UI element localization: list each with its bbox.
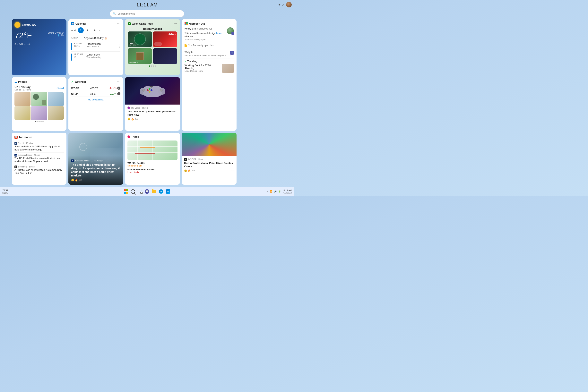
xbox-header: X Xbox Game Pass ··· (128, 22, 177, 26)
insider-card[interactable]: IN INSIDER · 1 hour How A Professlional … (182, 133, 237, 185)
xbox-pagination (128, 66, 177, 67)
stock-name-2: CTSP (71, 92, 78, 95)
event-title-1: Presentation (86, 42, 101, 45)
wifi-icon[interactable]: 📶 (270, 190, 273, 193)
calendar-month: April (71, 29, 76, 32)
news-item-3[interactable]: B Bloomberg · 3 mins A Quant's Take on I… (15, 164, 64, 176)
sun-icon (15, 22, 20, 28)
verge-title: The best video game subscription deals r… (128, 110, 178, 117)
chip-article-card[interactable]: BI Business Insider · 11 hours ago The g… (69, 133, 123, 185)
photos-more-button[interactable]: ··· (61, 80, 64, 84)
calendar-day-9[interactable]: 9 (92, 27, 98, 33)
photo-3[interactable] (48, 92, 64, 106)
battery-icon[interactable]: 🔋 (278, 190, 281, 193)
insider-more-button[interactable]: ··· (231, 169, 234, 172)
m365-title: Microsoft 365 (185, 22, 205, 25)
search-bar-container: 🔍 (110, 10, 184, 17)
taskbar-chat-button[interactable]: 💬 (144, 189, 150, 194)
trending-arrow-icon: ↗ (185, 60, 187, 63)
add-icon[interactable]: + (278, 3, 281, 7)
go-watchlist-link[interactable]: Go to watchlist (71, 98, 120, 101)
taskbar-center: 💬 e 🛍 (123, 189, 171, 194)
speaker-icon[interactable]: 🔊 (274, 190, 277, 193)
m365-link-isaac[interactable]: Isaac (216, 32, 222, 34)
news-title-1: Slash emissions by 2030? How big goals w… (15, 145, 64, 151)
chip-emoji-1: 😊 (71, 179, 74, 182)
clippy-icon: 📎 (230, 51, 234, 55)
time-display: 11:11 AM (136, 2, 158, 8)
weather-more-button[interactable]: ··· (61, 23, 64, 26)
chip-article-title: The global chip shortage is set to drag … (71, 163, 120, 177)
trending-item: Working Deck for FY20 Planning Edge Desi… (185, 64, 234, 73)
traffic-title: Traffic (128, 135, 139, 138)
verge-logo-icon (128, 106, 130, 109)
chip-article-more-button[interactable]: ··· (117, 178, 120, 182)
taskbar: 72°F Sunny 💬 (0, 186, 294, 196)
photo-5[interactable] (31, 106, 47, 120)
calendar-day-8[interactable]: 8 (85, 27, 91, 33)
chevron-up-icon[interactable]: ∧ (267, 190, 268, 193)
user-avatar[interactable] (286, 2, 292, 8)
taskbar-search-button[interactable] (130, 189, 136, 194)
m365-mention-section: Henry Brill mentioned you This should be… (185, 27, 234, 41)
photos-title: ☁ Photos (15, 80, 27, 83)
taskbar-edge-button[interactable]: e (158, 189, 164, 194)
taskbar-fileexplorer-button[interactable] (151, 189, 157, 194)
xbox-widget: X Xbox Game Pass ··· Recently added HALO… (125, 19, 180, 75)
event-title-2: Lunch Sync (86, 53, 101, 56)
taskbar-taskview-button[interactable] (137, 189, 143, 194)
calendar-day-7[interactable]: 7 (78, 27, 84, 33)
photo-1[interactable] (15, 92, 31, 106)
photo-2[interactable] (31, 92, 47, 106)
taskbar-store-button[interactable]: 🛍 (165, 189, 171, 194)
news-source-2: BI Business Insider · 2 hours (15, 154, 64, 156)
expand-icon[interactable]: ⤢ (282, 3, 285, 7)
m365-widget: Microsoft 365 ··· Henry Brill mentioned … (182, 19, 237, 131)
game-minecraft[interactable]: MINECRAFT (128, 48, 152, 64)
bi-logo-icon-2: BI (15, 154, 17, 156)
top-stories-widget: 📰 Top stories ··· H The Hill · 18 mins S… (12, 133, 67, 185)
m365-more-button[interactable]: ··· (231, 22, 234, 26)
photo-4[interactable] (15, 106, 31, 120)
calendar-expand-icon[interactable]: ▾ (99, 29, 101, 32)
calendar-title: 📅 Calendar (71, 22, 86, 25)
news-item-1[interactable]: H The Hill · 18 mins Slash emissions by … (15, 141, 64, 152)
verge-more-button[interactable]: ··· (174, 118, 178, 121)
verge-source: The Verge · 4 hours (128, 106, 178, 109)
game-extra[interactable] (153, 48, 177, 64)
bloomberg-logo-icon: B (15, 166, 17, 168)
weather-header: Seattle, WA ··· (15, 22, 64, 28)
windows-start-button[interactable] (123, 189, 129, 194)
search-bar[interactable]: 🔍 (110, 10, 184, 17)
see-forecast-link[interactable]: See full forecast (15, 43, 64, 45)
traffic-more-button[interactable]: ··· (174, 135, 178, 138)
stock-change-2: +2.23% (109, 92, 117, 95)
verge-card[interactable]: The Verge · 4 hours The best video game … (125, 77, 180, 130)
stock-price-2: 23.98 (90, 92, 97, 95)
game-halo[interactable]: HALOINFINITE (128, 32, 152, 47)
traffic-status-2: Heavy traffic (128, 171, 178, 173)
calendar-icon: 📅 (71, 22, 74, 25)
game-forza[interactable]: FORZAHORIZON 5 (153, 32, 177, 47)
weather-precip: 💧 0% (48, 34, 64, 36)
weather-temp: 72°F (15, 31, 32, 40)
search-input[interactable] (118, 12, 181, 15)
taskbar-datetime[interactable]: 11:11 AM 4/7/2022 (283, 189, 292, 194)
photo-6[interactable] (48, 106, 64, 120)
raindrop-icon: 💧 (57, 34, 60, 36)
news-source-3: B Bloomberg · 3 mins (15, 166, 64, 168)
xbox-more-button[interactable]: ··· (174, 22, 177, 26)
taskbar-temp: 72°F (2, 189, 8, 192)
watchlist-more-button[interactable]: ··· (117, 80, 120, 84)
insider-emoji-2: 🔥 (188, 170, 191, 172)
xbox-games-grid: HALOINFINITE FORZAHORIZON 5 MINECRAFT (128, 32, 177, 64)
chip-article-reactions: 😊 🔥 496 (71, 179, 82, 182)
top-stories-more-button[interactable]: ··· (61, 136, 64, 139)
svg-rect-8 (151, 86, 152, 88)
svg-point-9 (143, 89, 145, 92)
photos-see-all[interactable]: See all (57, 87, 64, 90)
m365-icon (185, 22, 188, 25)
calendar-more-button[interactable]: ··· (117, 22, 120, 26)
news-item-2[interactable]: BI Business Insider · 2 hours The US Pos… (15, 152, 64, 164)
traffic-header: Traffic ··· (128, 135, 178, 138)
